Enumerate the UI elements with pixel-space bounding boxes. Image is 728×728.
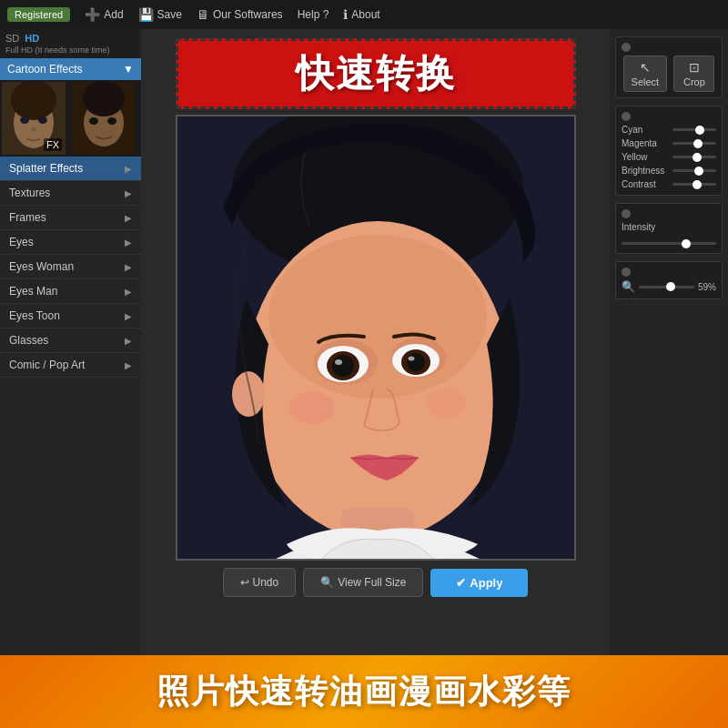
slider-section: Cyan Magenta Yellow Brightness Contrast	[622, 125, 716, 189]
softwares-icon: 🖥	[197, 7, 209, 22]
arrow-eyes-toon: ▶	[125, 311, 132, 321]
svg-point-5	[31, 127, 36, 131]
svg-point-24	[407, 353, 425, 371]
registered-badge: Registered	[7, 7, 70, 22]
view-icon: 🔍	[320, 576, 334, 589]
svg-point-26	[289, 391, 335, 424]
svg-point-4	[38, 116, 47, 124]
bottom-banner-text: 照片快速转油画漫画水彩等	[157, 670, 571, 714]
hd-label[interactable]: HD	[25, 33, 39, 44]
sidebar: SD HD Full HD (It needs some time) Carto…	[0, 29, 141, 655]
fx-badge: FX	[44, 138, 62, 151]
thumbnail-grid: FX	[0, 80, 141, 157]
brightness-slider[interactable]	[672, 169, 716, 172]
cyan-row: Cyan	[622, 125, 716, 135]
bottom-banner: 照片快速转油画漫画水彩等	[0, 655, 728, 728]
zoom-slider[interactable]	[639, 286, 694, 288]
cyan-label: Cyan	[622, 125, 669, 135]
zoom-row: 🔍 59%	[622, 280, 716, 293]
sidebar-item-frames[interactable]: Frames ▶	[0, 206, 141, 230]
bottom-toolbar: ↩ Undo 🔍 View Full Size ✔ Apply	[150, 561, 601, 604]
quality-bar: SD HD Full HD (It needs some time)	[0, 29, 141, 58]
sidebar-menu: Splatter Effects ▶ Textures ▶ Frames ▶ E…	[0, 157, 141, 378]
pin-tools	[622, 43, 631, 52]
sidebar-item-textures[interactable]: Textures ▶	[0, 181, 141, 206]
save-icon: 💾	[138, 7, 154, 22]
yellow-row: Yellow	[622, 152, 716, 162]
intensity-label: Intensity	[622, 222, 716, 232]
brightness-label: Brightness	[622, 166, 669, 176]
sidebar-item-glasses[interactable]: Glasses ▶	[0, 329, 141, 353]
menubar: Registered ➕ Add 💾 Save 🖥 Our Softwares …	[0, 0, 728, 29]
svg-point-10	[107, 117, 116, 125]
image-frame	[176, 115, 576, 561]
cartoon-image	[177, 116, 576, 561]
arrow-glasses: ▶	[125, 336, 132, 346]
crop-button[interactable]: ⊡ Crop	[673, 56, 714, 92]
full-hd-note[interactable]: Full HD (It needs some time)	[5, 46, 136, 55]
sd-label[interactable]: SD	[5, 33, 19, 44]
pin-intensity	[622, 209, 631, 218]
cyan-slider[interactable]	[672, 128, 716, 131]
quality-row: SD HD	[5, 33, 136, 44]
sidebar-item-splatter[interactable]: Splatter Effects ▶	[0, 157, 141, 181]
svg-point-25	[408, 357, 414, 361]
zoom-section: 🔍 59%	[615, 261, 723, 299]
cartoon-effects-header[interactable]: Cartoon Effects ▼	[0, 58, 141, 80]
add-icon: ➕	[85, 7, 100, 22]
our-softwares-menu-item[interactable]: 🖥 Our Softwares	[197, 7, 283, 22]
about-menu-item[interactable]: ℹ About	[343, 7, 379, 22]
sidebar-item-eyes[interactable]: Eyes ▶	[0, 230, 141, 255]
sidebar-item-eyes-man[interactable]: Eyes Man ▶	[0, 279, 141, 304]
select-button[interactable]: ↖ Select	[623, 56, 668, 92]
apply-button[interactable]: ✔ Apply	[430, 569, 528, 597]
contrast-slider[interactable]	[672, 183, 716, 186]
arrow-comic: ▶	[125, 360, 132, 370]
intensity-slider[interactable]	[622, 242, 716, 245]
svg-point-20	[332, 355, 354, 377]
save-menu-item[interactable]: 💾 Save	[138, 7, 182, 22]
magenta-slider[interactable]	[672, 142, 716, 145]
banner-red-text: 快速转换	[296, 48, 456, 99]
svg-point-2	[11, 82, 56, 120]
undo-button[interactable]: ↩ Undo	[223, 568, 297, 597]
arrow-frames: ▶	[125, 213, 132, 223]
contrast-label: Contrast	[622, 179, 669, 189]
add-menu-item[interactable]: ➕ Add	[85, 7, 123, 22]
color-sliders-section: Cyan Magenta Yellow Brightness Contrast	[615, 106, 723, 196]
thumbnail-man2[interactable]	[72, 82, 136, 155]
apply-icon: ✔	[456, 576, 466, 590]
zoom-value: 59%	[698, 282, 716, 292]
zoom-out-icon: 🔍	[622, 280, 635, 293]
pin-zoom	[622, 268, 631, 277]
cartoon-effects-label: Cartoon Effects	[7, 63, 83, 76]
info-icon: ℹ	[343, 7, 348, 22]
thumbnail-man1[interactable]: FX	[2, 82, 66, 155]
arrow-textures: ▶	[125, 188, 132, 198]
yellow-slider[interactable]	[672, 156, 716, 158]
svg-point-14	[268, 235, 487, 399]
arrow-eyes: ▶	[125, 238, 132, 248]
help-menu-item[interactable]: Help ?	[298, 8, 329, 21]
view-full-size-button[interactable]: 🔍 View Full Size	[303, 568, 423, 597]
intensity-section: Intensity	[615, 203, 723, 254]
pin-color	[622, 112, 631, 121]
tools-section: ↖ Select ⊡ Crop	[615, 36, 723, 98]
main-layout: SD HD Full HD (It needs some time) Carto…	[0, 29, 728, 655]
svg-point-27	[426, 389, 466, 418]
canvas-area: 快速转换	[141, 29, 610, 655]
right-panel: ↖ Select ⊡ Crop Cyan Magenta	[610, 29, 728, 655]
contrast-row: Contrast	[622, 179, 716, 189]
sidebar-item-eyes-toon[interactable]: Eyes Toon ▶	[0, 304, 141, 329]
banner-red: 快速转换	[176, 38, 576, 109]
arrow-eyes-woman: ▶	[125, 262, 132, 272]
sidebar-item-eyes-woman[interactable]: Eyes Woman ▶	[0, 255, 141, 279]
undo-icon: ↩	[240, 576, 249, 589]
thumbnail-man2-image	[72, 82, 136, 155]
tool-row: ↖ Select ⊡ Crop	[622, 56, 716, 92]
arrow-eyes-man: ▶	[125, 287, 132, 297]
cartoon-effects-arrow: ▼	[123, 63, 134, 76]
sidebar-item-comic[interactable]: Comic / Pop Art ▶	[0, 353, 141, 378]
svg-point-28	[232, 371, 265, 417]
crop-icon: ⊡	[689, 60, 700, 75]
